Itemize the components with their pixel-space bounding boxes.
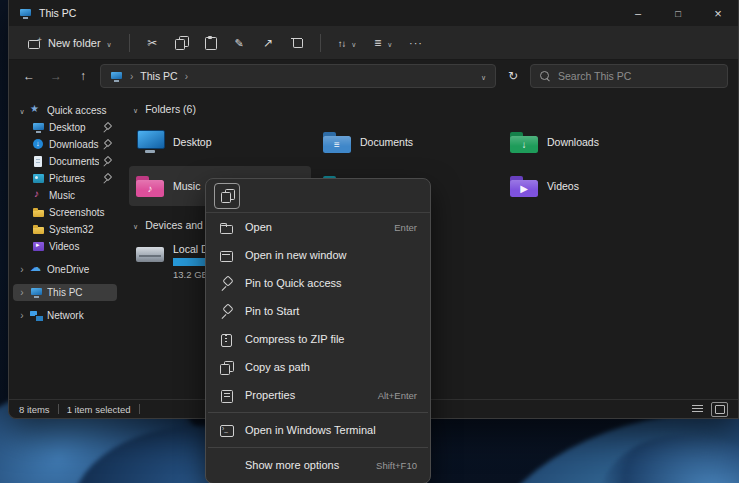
address-dropdown-icon[interactable]	[481, 70, 486, 82]
folder-name: Documents	[360, 136, 413, 148]
forward-button[interactable]	[46, 69, 66, 83]
sidebar-item-label: Desktop	[49, 122, 99, 133]
context-menu: OpenEnterOpen in new windowPin to Quick …	[205, 178, 431, 483]
network-icon	[30, 309, 43, 322]
pc-icon	[30, 286, 43, 299]
sidebar-item-documents[interactable]: Documents	[13, 153, 117, 170]
desktop-tile-icon	[135, 129, 165, 155]
path-icon	[219, 360, 234, 375]
menu-item-pin-to-quick-access[interactable]: Pin to Quick access	[206, 269, 430, 297]
sidebar: Quick accessDesktopDownloadsDocumentsPic…	[9, 92, 121, 399]
sidebar-item-label: Music	[49, 190, 112, 201]
more-options-button[interactable]	[402, 30, 429, 56]
up-button[interactable]	[73, 69, 93, 83]
paste-button[interactable]	[197, 30, 224, 56]
status-divider	[58, 404, 59, 414]
sidebar-item-system32[interactable]: System32	[13, 221, 117, 238]
folder-tile-videos[interactable]: ▶Videos	[503, 166, 685, 206]
folders-section-header[interactable]: Folders (6)	[129, 100, 738, 118]
back-button[interactable]	[19, 69, 39, 83]
delete-button[interactable]	[284, 30, 311, 56]
new-folder-button[interactable]: New folder	[19, 31, 120, 54]
folders-section-label: Folders (6)	[145, 103, 196, 115]
chevron-right-icon	[18, 264, 26, 275]
copy-icon	[174, 35, 189, 50]
new-folder-label: New folder	[48, 37, 101, 49]
copy-icon-button[interactable]	[214, 183, 240, 209]
documents-tile-icon: ≡	[322, 129, 352, 155]
downloads-icon	[32, 138, 45, 151]
menu-item-label: Open	[245, 221, 383, 233]
folder-tile-documents[interactable]: ≡Documents	[316, 122, 498, 162]
menu-separator	[208, 412, 428, 413]
breadcrumb-location[interactable]: This PC	[140, 70, 177, 82]
sidebar-item-music[interactable]: Music	[13, 187, 117, 204]
menu-item-properties[interactable]: PropertiesAlt+Enter	[206, 381, 430, 409]
new-window-icon	[219, 248, 234, 263]
music-tile-icon: ♪	[135, 173, 165, 199]
sidebar-item-videos[interactable]: Videos	[13, 238, 117, 255]
large-icons-view-icon	[715, 405, 725, 414]
new-folder-icon	[27, 35, 42, 50]
close-icon	[714, 6, 722, 21]
context-menu-items: OpenEnterOpen in new windowPin to Quick …	[206, 213, 430, 479]
cut-button[interactable]	[139, 30, 166, 56]
selection-count: 1 item selected	[67, 404, 131, 415]
window-title: This PC	[39, 7, 76, 19]
menu-item-shortcut: Shift+F10	[376, 460, 417, 471]
menu-item-compress-to-zip-file[interactable]: Compress to ZIP file	[206, 325, 430, 353]
close-button[interactable]	[698, 0, 738, 26]
menu-item-show-more-options[interactable]: Show more optionsShift+F10	[206, 451, 430, 479]
sidebar-item-screenshots[interactable]: Screenshots	[13, 204, 117, 221]
search-box[interactable]	[530, 64, 728, 88]
item-count: 8 items	[19, 404, 50, 415]
sidebar-item-desktop[interactable]: Desktop	[13, 119, 117, 136]
maximize-button[interactable]	[658, 0, 698, 26]
sidebar-item-label: System32	[49, 224, 112, 235]
sidebar-item-onedrive[interactable]: OneDrive	[13, 261, 117, 278]
pin-icon	[103, 140, 112, 149]
sidebar-item-quick-access[interactable]: Quick access	[13, 102, 117, 119]
star-icon	[30, 104, 43, 117]
maximize-icon	[675, 7, 681, 19]
search-icon	[539, 70, 551, 82]
menu-item-shortcut: Enter	[394, 222, 417, 233]
zip-icon	[219, 332, 234, 347]
folder-glyph: ↓	[510, 136, 538, 153]
menu-item-copy-as-path[interactable]: Copy as path	[206, 353, 430, 381]
sidebar-item-label: OneDrive	[47, 264, 112, 275]
minimize-button[interactable]	[618, 0, 658, 26]
pin-icon	[103, 174, 112, 183]
large-icons-view-button[interactable]	[711, 402, 728, 417]
menu-item-open-in-new-window[interactable]: Open in new window	[206, 241, 430, 269]
cut-icon	[147, 36, 157, 50]
menu-item-open-in-windows-terminal[interactable]: Open in Windows Terminal	[206, 416, 430, 444]
rename-button[interactable]	[226, 30, 253, 56]
sidebar-item-network[interactable]: Network	[13, 307, 117, 324]
menu-item-shortcut: Alt+Enter	[378, 390, 417, 401]
sidebar-item-downloads[interactable]: Downloads	[13, 136, 117, 153]
menu-item-pin-to-start[interactable]: Pin to Start	[206, 297, 430, 325]
details-view-button[interactable]	[689, 402, 706, 417]
folder-tile-downloads[interactable]: ↓Downloads	[503, 122, 685, 162]
chevron-down-icon	[351, 37, 356, 49]
folder-tile-desktop[interactable]: Desktop	[129, 122, 311, 162]
downloads-tile-icon: ↓	[509, 129, 539, 155]
search-input[interactable]	[558, 70, 719, 82]
delete-icon	[290, 35, 305, 50]
copy-button[interactable]	[168, 30, 195, 56]
refresh-button[interactable]	[503, 69, 523, 83]
menu-item-open[interactable]: OpenEnter	[206, 213, 430, 241]
title-bar[interactable]: This PC	[9, 0, 738, 26]
breadcrumb[interactable]: This PC	[100, 64, 496, 88]
menu-item-label: Open in new window	[245, 249, 417, 261]
context-menu-icon-row	[206, 179, 430, 213]
view-button[interactable]	[366, 32, 400, 54]
sidebar-item-this-pc[interactable]: This PC	[13, 284, 117, 301]
drive-icon	[135, 242, 165, 268]
sidebar-item-pictures[interactable]: Pictures	[13, 170, 117, 187]
share-button[interactable]	[255, 30, 282, 56]
up-icon	[80, 69, 86, 83]
folder-glyph: ▶	[510, 180, 538, 197]
sort-button[interactable]	[330, 33, 365, 53]
